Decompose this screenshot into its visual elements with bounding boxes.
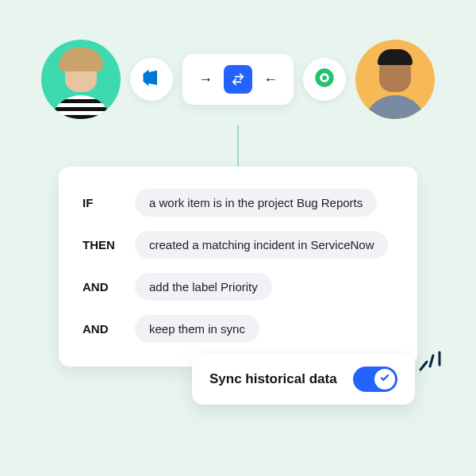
rule-action-chip[interactable]: created a matching incident in ServiceNo… — [135, 231, 388, 259]
avatar-left — [41, 40, 121, 119]
rules-card: IF a work item is in the project Bug Rep… — [59, 167, 417, 367]
rule-row: AND add the label Priority — [83, 273, 393, 301]
rule-row: THEN created a matching incident in Serv… — [83, 231, 393, 259]
app-badge-left — [130, 58, 173, 101]
integration-header: → ← — [0, 40, 476, 119]
rule-row: IF a work item is in the project Bug Rep… — [83, 189, 393, 217]
rule-keyword: AND — [83, 322, 121, 336]
rule-keyword: THEN — [83, 238, 121, 251]
connector-line — [237, 125, 239, 167]
svg-point-2 — [322, 75, 327, 80]
azure-devops-icon — [140, 67, 163, 92]
sync-historical-card: Sync historical data — [192, 354, 415, 405]
avatar-right — [355, 40, 435, 119]
check-icon — [379, 372, 390, 386]
rule-action-chip[interactable]: keep them in sync — [135, 315, 259, 343]
app-badge-right — [303, 58, 346, 101]
arrow-right-icon: → — [198, 71, 213, 88]
spark-accent-icon — [416, 341, 454, 379]
toggle-knob — [374, 369, 395, 390]
toggle-label: Sync historical data — [209, 371, 337, 387]
sync-direction-pill: → ← — [182, 54, 294, 105]
rule-row: AND keep them in sync — [83, 315, 393, 343]
rule-action-chip[interactable]: add the label Priority — [135, 273, 272, 301]
svg-line-4 — [430, 355, 433, 367]
rule-keyword: AND — [83, 280, 121, 294]
rule-condition-chip[interactable]: a work item is in the project Bug Report… — [135, 189, 377, 217]
sync-icon — [224, 65, 252, 94]
freshdesk-icon — [313, 67, 336, 92]
sync-historical-toggle[interactable] — [353, 367, 397, 392]
rule-keyword: IF — [83, 196, 121, 209]
arrow-left-icon: ← — [263, 71, 278, 88]
svg-line-3 — [420, 362, 427, 370]
